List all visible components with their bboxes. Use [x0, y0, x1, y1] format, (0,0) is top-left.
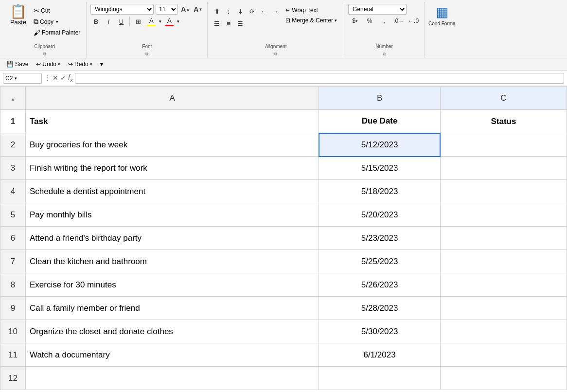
copy-button[interactable]: ⧉ Copy ▾	[32, 17, 82, 27]
cut-button[interactable]: ✂ Cut	[32, 6, 82, 16]
font-name-select[interactable]: Wingdings	[90, 4, 154, 15]
fill-color-button[interactable]: A	[145, 17, 157, 27]
cell-reference-box[interactable]: C2 ▾	[3, 73, 42, 84]
cell-c10[interactable]	[440, 320, 567, 343]
font-expand-icon[interactable]: ⧉	[145, 52, 148, 57]
row-header-2[interactable]: 2	[0, 133, 26, 157]
formula-more-icon[interactable]: ⋮	[44, 74, 51, 82]
cell-a12[interactable]	[26, 367, 319, 390]
save-button[interactable]: 💾 Save	[4, 60, 31, 69]
align-left-button[interactable]: ☰	[212, 18, 222, 29]
cell-ref-dropdown[interactable]: ▾	[15, 76, 17, 81]
undo-dropdown-icon[interactable]: ▾	[58, 62, 60, 67]
formula-cancel-icon[interactable]: ✕	[53, 74, 58, 82]
cell-a11[interactable]: Watch a documentary	[26, 343, 319, 367]
cell-b1[interactable]: Due Date	[319, 110, 441, 133]
row-header-5[interactable]: 5	[0, 203, 26, 227]
cell-c7[interactable]	[440, 250, 567, 273]
cell-b10[interactable]: 5/30/2023	[319, 320, 441, 343]
decimal-increase-button[interactable]: .0→	[392, 16, 406, 26]
borders-button[interactable]: ⊞	[133, 16, 143, 27]
cell-a9[interactable]: Call a family member or friend	[26, 297, 319, 320]
undo-button[interactable]: ↩ Undo ▾	[34, 60, 63, 69]
row-header-8[interactable]: 8	[0, 273, 26, 297]
cell-a10[interactable]: Organize the closet and donate clothes	[26, 320, 319, 343]
text-angle-button[interactable]: ⟳	[247, 6, 257, 17]
customize-qa-button[interactable]: ▾	[98, 60, 106, 69]
column-header-c[interactable]: C	[440, 87, 567, 110]
cell-c4[interactable]	[440, 180, 567, 203]
dollar-button[interactable]: $ ▾	[348, 16, 362, 26]
font-size-increase-button[interactable]: A▲	[180, 4, 191, 15]
cell-a2[interactable]: Buy groceries for the week	[26, 133, 319, 157]
cell-a1[interactable]: Task	[26, 110, 319, 133]
cell-c3[interactable]	[440, 157, 567, 180]
align-middle-button[interactable]: ↕	[223, 6, 234, 17]
cell-c12[interactable]	[440, 367, 567, 390]
cell-a8[interactable]: Exercise for 30 minutes	[26, 273, 319, 297]
font-size-select[interactable]: 11	[156, 4, 178, 15]
cell-b11[interactable]: 6/1/2023	[319, 343, 441, 367]
merge-dropdown-icon[interactable]: ▾	[335, 18, 337, 23]
underline-button[interactable]: U	[116, 16, 126, 27]
font-color-button[interactable]: A	[163, 17, 175, 27]
align-center-button[interactable]: ≡	[223, 18, 234, 29]
redo-dropdown-icon[interactable]: ▾	[90, 62, 92, 67]
formula-confirm-icon[interactable]: ✓	[60, 74, 66, 82]
align-top-button[interactable]: ⬆	[212, 6, 222, 17]
format-painter-button[interactable]: 🖌 Format Painter	[32, 28, 82, 37]
align-bottom-button[interactable]: ⬇	[235, 6, 246, 17]
column-header-a[interactable]: A	[26, 87, 319, 110]
cell-c1[interactable]: Status	[440, 110, 567, 133]
indent-increase-button[interactable]: →	[270, 6, 281, 17]
cell-b2[interactable]: 5/12/2023	[319, 133, 441, 157]
row-header-3[interactable]: 3	[0, 157, 26, 180]
cell-a6[interactable]: Attend a friend's birthday party	[26, 227, 319, 250]
row-header-4[interactable]: 4	[0, 180, 26, 203]
redo-button[interactable]: ↪ Redo ▾	[66, 60, 95, 69]
paste-button[interactable]: 📋 Paste	[7, 4, 30, 37]
row-header-7[interactable]: 7	[0, 250, 26, 273]
cell-c11[interactable]	[440, 343, 567, 367]
cell-a3[interactable]: Finish writing the report for work	[26, 157, 319, 180]
cell-b3[interactable]: 5/15/2023	[319, 157, 441, 180]
alignment-expand-icon[interactable]: ⧉	[274, 52, 277, 57]
row-header-10[interactable]: 10	[0, 320, 26, 343]
comma-button[interactable]: ,	[377, 16, 391, 26]
cell-b12[interactable]	[319, 367, 441, 390]
cell-c6[interactable]	[440, 227, 567, 250]
row-header-11[interactable]: 11	[0, 343, 26, 367]
cell-b6[interactable]: 5/23/2023	[319, 227, 441, 250]
cell-c8[interactable]	[440, 273, 567, 297]
formula-input[interactable]	[75, 73, 564, 84]
clipboard-expand-icon[interactable]: ⧉	[43, 52, 46, 57]
bold-button[interactable]: B	[90, 16, 101, 27]
cell-b5[interactable]: 5/20/2023	[319, 203, 441, 227]
cell-c5[interactable]	[440, 203, 567, 227]
cell-a5[interactable]: Pay monthly bills	[26, 203, 319, 227]
cell-a4[interactable]: Schedule a dentist appointment	[26, 180, 319, 203]
row-header-6[interactable]: 6	[0, 227, 26, 250]
indent-decrease-button[interactable]: ←	[258, 6, 269, 17]
column-header-b[interactable]: B	[319, 87, 441, 110]
number-expand-icon[interactable]: ⧉	[383, 52, 386, 57]
cell-c9[interactable]	[440, 297, 567, 320]
cell-b8[interactable]: 5/26/2023	[319, 273, 441, 297]
row-header-12[interactable]: 12	[0, 367, 26, 390]
font-size-decrease-button[interactable]: A▼	[193, 4, 203, 15]
merge-center-button[interactable]: ⊡ Merge & Center ▾	[283, 16, 340, 25]
cell-b7[interactable]: 5/25/2023	[319, 250, 441, 273]
row-header-1[interactable]: 1	[0, 110, 26, 133]
cell-b4[interactable]: 5/18/2023	[319, 180, 441, 203]
italic-button[interactable]: I	[103, 16, 114, 27]
formula-fx-icon[interactable]: fx	[68, 73, 73, 83]
fill-color-dropdown[interactable]: ▾	[159, 19, 161, 24]
dollar-dropdown[interactable]: ▾	[355, 18, 358, 23]
font-color-dropdown[interactable]: ▾	[177, 19, 179, 24]
corner-cell[interactable]: ▲	[0, 87, 26, 110]
align-right-button[interactable]: ☰	[235, 18, 246, 29]
row-header-9[interactable]: 9	[0, 297, 26, 320]
cell-b9[interactable]: 5/28/2023	[319, 297, 441, 320]
number-format-select[interactable]: General	[348, 4, 407, 15]
cell-a7[interactable]: Clean the kitchen and bathroom	[26, 250, 319, 273]
